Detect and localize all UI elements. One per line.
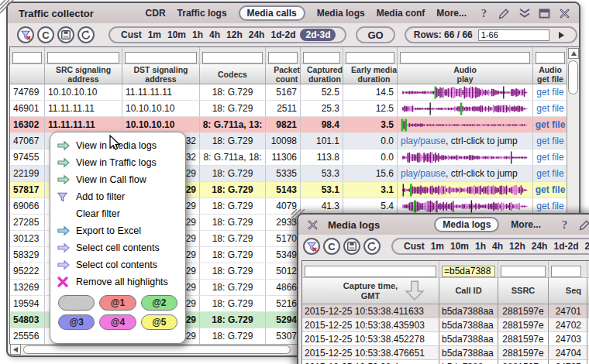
audio-waveform[interactable]	[398, 101, 533, 116]
time-range-1d-2d[interactable]: 1d-2d	[270, 29, 295, 40]
column-filter-input[interactable]	[202, 52, 263, 64]
cell-audio-play[interactable]: play/pause, ctrl-click to jump	[398, 133, 533, 149]
v-scrollbar-thumb[interactable]	[568, 60, 578, 94]
go-button[interactable]: GO	[356, 26, 394, 43]
play-pause-link[interactable]: play/pause	[401, 168, 446, 179]
media-column-header[interactable]: Seq	[549, 278, 587, 304]
time-range-10m[interactable]: 10m	[167, 29, 186, 40]
highlight-swatch-@3[interactable]: @3	[58, 314, 95, 330]
menu-item-select-cell-contents[interactable]: Select cell contents	[50, 239, 185, 256]
time-range-1h[interactable]: 1h	[192, 29, 203, 40]
menu-item-clear-filter[interactable]: Clear filter	[50, 205, 185, 222]
highlight-swatch-clear[interactable]	[58, 295, 95, 311]
resize-grip-icon[interactable]	[0, 0, 14, 14]
help-icon[interactable]: ?	[477, 8, 491, 19]
media-tab-more-[interactable]: More...	[511, 219, 541, 230]
row-range-input[interactable]	[478, 29, 549, 41]
chevron-double-down-icon[interactable]	[518, 8, 531, 19]
close-icon[interactable]	[558, 8, 571, 19]
table-row[interactable]: 4690111.11.11.1110.10.10.1018: G.7292511…	[10, 101, 568, 117]
window-icon[interactable]	[538, 8, 551, 19]
media-filter-input[interactable]	[551, 266, 581, 277]
highlight-swatch-@1[interactable]: @1	[99, 295, 136, 311]
column-header[interactable]: Packet count	[266, 64, 301, 84]
table-row[interactable]: 1630211.11.11.1110.10.10.108: G.711a, 13…	[10, 117, 568, 133]
get-file-link[interactable]: get file	[536, 119, 566, 130]
h-scrollbar-thumb[interactable]	[23, 345, 291, 354]
filter-clear-button[interactable]	[303, 238, 320, 255]
tab-cdr[interactable]: CDR	[146, 8, 166, 19]
time-range-cust[interactable]: Cust	[121, 29, 142, 40]
resize-grip-icon[interactable]	[291, 209, 305, 223]
media-filter-input[interactable]	[305, 266, 436, 277]
media-table-row[interactable]: 2015-12-25 10:53:38.411633b5da7388aa2881…	[302, 304, 589, 318]
reload-button[interactable]	[78, 26, 95, 43]
reload-button[interactable]	[363, 238, 381, 255]
time-range-24h[interactable]: 24h	[249, 29, 265, 40]
menu-item-add-to-filter[interactable]: Add to filter	[50, 188, 185, 205]
column-filter-input[interactable]	[536, 52, 565, 64]
column-header[interactable]: Audio get file	[533, 64, 568, 84]
column-header[interactable]: Codecs	[200, 64, 266, 84]
play-pause-link[interactable]: play/pause	[401, 136, 446, 146]
column-filter-input[interactable]	[125, 52, 197, 64]
tab-traffic-logs[interactable]: Traffic logs	[177, 8, 227, 19]
c-button[interactable]: C	[37, 26, 54, 43]
column-filter-input[interactable]	[12, 52, 42, 64]
time-range-1m[interactable]: 1m	[431, 241, 444, 252]
time-range-12h[interactable]: 12h	[509, 241, 525, 252]
tab-media-calls[interactable]: Media calls	[239, 5, 305, 21]
get-file-link[interactable]: get file	[536, 201, 563, 211]
menu-item-export-to-excel[interactable]: Export to Excel	[50, 222, 185, 239]
time-range-24h[interactable]: 24h	[532, 241, 548, 252]
time-range-2d-3d[interactable]: 2d-3d	[584, 241, 589, 252]
time-range-1m[interactable]: 1m	[148, 29, 161, 40]
menu-item-remove-all-highlights[interactable]: Remove all highlights	[50, 273, 185, 290]
media-table-row[interactable]: 2015-12-25 10:53:38.476651b5da7388aa2881…	[302, 346, 589, 360]
media-table-row[interactable]: 2015-12-25 10:53:38.4b5da7388aa2881597e2…	[302, 360, 589, 364]
menu-item-view-in-call-flow[interactable]: View in Call flow	[50, 171, 185, 188]
audio-waveform[interactable]	[398, 84, 533, 100]
highlight-swatch-@4[interactable]: @4	[99, 314, 136, 330]
time-range-cust[interactable]: Cust	[404, 241, 425, 252]
time-range-12h[interactable]: 12h	[226, 29, 243, 40]
column-header[interactable]: Early media duration	[343, 64, 398, 84]
time-range-4h[interactable]: 4h	[209, 29, 220, 40]
column-filter-input[interactable]	[303, 52, 340, 64]
column-filter-input[interactable]	[346, 52, 394, 64]
get-file-link[interactable]: get file	[536, 136, 563, 146]
time-range-1h[interactable]: 1h	[475, 241, 486, 252]
menu-item-select-col-contents[interactable]: Select col contents	[50, 256, 185, 273]
get-file-link[interactable]: get file	[536, 168, 563, 179]
column-filter-input[interactable]	[47, 52, 119, 64]
menu-item-view-in-traffic-logs[interactable]: View in Traffic logs	[50, 154, 185, 171]
next-page-icon[interactable]	[555, 29, 568, 41]
help-icon[interactable]: ?	[558, 219, 571, 231]
get-file-link[interactable]: get file	[536, 152, 563, 163]
column-header[interactable]: SRC signaling address	[45, 64, 122, 84]
edit-icon[interactable]	[498, 8, 511, 19]
tab-media-conf[interactable]: Media conf	[377, 8, 425, 19]
column-header[interactable]	[10, 64, 45, 84]
close-icon[interactable]	[305, 219, 320, 231]
highlight-swatch-@5[interactable]: @5	[141, 314, 177, 330]
edit-icon[interactable]	[578, 219, 589, 231]
tab-more-[interactable]: More...	[436, 8, 467, 19]
scroll-up-icon[interactable]	[568, 48, 579, 59]
filter-clear-button[interactable]	[17, 26, 34, 43]
c-button[interactable]: C	[323, 238, 340, 255]
media-column-header[interactable]: SSRC	[498, 278, 549, 304]
column-header[interactable]: DST signaling address	[122, 64, 200, 84]
highlight-swatch-@2[interactable]: @2	[141, 295, 177, 311]
save-button[interactable]	[343, 238, 360, 255]
time-range-4h[interactable]: 4h	[492, 241, 503, 252]
audio-waveform[interactable]	[398, 117, 533, 132]
media-column-header[interactable]: Capture time, GMT	[302, 278, 439, 304]
get-file-link[interactable]: get file	[536, 184, 566, 195]
tab-media-logs[interactable]: Media logs	[317, 8, 365, 19]
get-file-link[interactable]: get file	[536, 103, 563, 114]
media-tab-media-logs[interactable]: Media logs	[434, 217, 499, 232]
audio-waveform[interactable]	[398, 149, 533, 165]
get-file-link[interactable]: get file	[536, 87, 563, 98]
call-id-filter-input[interactable]	[442, 266, 495, 277]
